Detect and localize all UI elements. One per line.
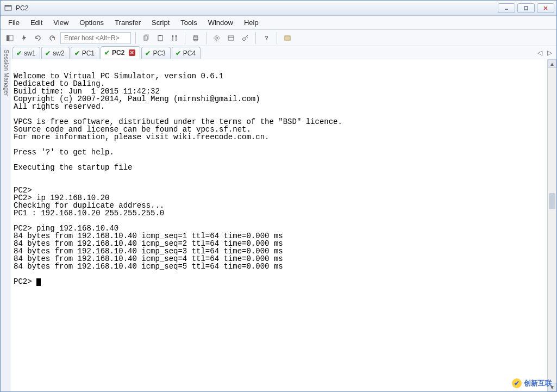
- session-manager-sidebar[interactable]: Session Manager: [1, 46, 10, 391]
- menu-script[interactable]: Script: [146, 16, 175, 29]
- watermark: ✔ 创新互联: [512, 378, 552, 388]
- close-button[interactable]: [537, 3, 554, 13]
- svg-point-18: [243, 38, 246, 40]
- svg-rect-22: [285, 36, 290, 40]
- scroll-up-icon[interactable]: ▲: [548, 59, 556, 68]
- terminal-cursor: [36, 278, 41, 286]
- vertical-scrollbar[interactable]: ▲ ▼: [548, 59, 556, 391]
- connected-check-icon: ✔: [74, 49, 80, 57]
- svg-text:?: ?: [265, 35, 268, 41]
- connected-check-icon: ✔: [16, 49, 22, 57]
- toolbar: ?: [1, 30, 556, 46]
- session-tab-label: sw2: [53, 49, 64, 57]
- menu-transfer[interactable]: Transfer: [109, 16, 146, 29]
- paste-icon[interactable]: [154, 32, 166, 44]
- menu-window[interactable]: Window: [203, 16, 239, 29]
- svg-rect-9: [145, 35, 148, 39]
- session-tab-pc1[interactable]: ✔PC1: [71, 47, 99, 59]
- menu-edit[interactable]: Edit: [25, 16, 48, 29]
- session-tab-label: sw1: [24, 49, 35, 57]
- session-tab-pc2[interactable]: ✔PC2✕: [101, 46, 140, 59]
- svg-rect-16: [228, 36, 234, 40]
- terminal-view[interactable]: Welcome to Virtual PC Simulator, version…: [10, 59, 548, 391]
- svg-rect-6: [7, 35, 9, 41]
- menu-bar: File Edit View Options Transfer Script T…: [1, 16, 556, 30]
- session-tab-label: PC4: [183, 49, 196, 57]
- keymap-icon[interactable]: [239, 32, 251, 44]
- tabs-scroll-left-icon[interactable]: ◁: [536, 49, 543, 57]
- session-tab-pc3[interactable]: ✔PC3: [141, 47, 170, 59]
- menu-file[interactable]: File: [3, 16, 25, 29]
- title-bar: PC2: [1, 1, 556, 16]
- menu-options[interactable]: Options: [74, 16, 109, 29]
- menu-tools[interactable]: Tools: [175, 16, 202, 29]
- session-tab-label: PC3: [153, 49, 165, 57]
- copy-icon[interactable]: [140, 32, 152, 44]
- tabs-scroll-right-icon[interactable]: ▷: [546, 49, 553, 57]
- disconnect-icon[interactable]: [46, 32, 58, 44]
- watermark-text: 创新互联: [524, 378, 552, 388]
- session-tabs: ✔sw1✔sw2✔PC1✔PC2✕✔PC3✔PC4 ◁ ▷: [10, 46, 556, 59]
- session-options-icon[interactable]: [225, 32, 237, 44]
- connected-check-icon: ✔: [104, 49, 110, 57]
- svg-point-15: [216, 37, 218, 39]
- command-window-icon[interactable]: [281, 32, 293, 44]
- session-tab-label: PC1: [82, 49, 95, 57]
- connected-check-icon: ✔: [145, 49, 151, 57]
- watermark-icon: ✔: [512, 378, 522, 388]
- session-tab-sw2[interactable]: ✔sw2: [41, 47, 69, 59]
- session-tab-pc4[interactable]: ✔PC4: [172, 47, 201, 59]
- session-tab-sw1[interactable]: ✔sw1: [12, 47, 40, 59]
- minimize-button[interactable]: [498, 3, 515, 13]
- app-icon: [4, 4, 12, 13]
- reconnect-icon[interactable]: [32, 32, 44, 44]
- find-icon[interactable]: [168, 32, 180, 44]
- connected-check-icon: ✔: [176, 49, 181, 57]
- svg-line-20: [247, 36, 248, 38]
- svg-rect-10: [158, 35, 162, 41]
- menu-view[interactable]: View: [48, 16, 74, 29]
- connected-check-icon: ✔: [45, 49, 51, 57]
- print-icon[interactable]: [190, 32, 202, 44]
- maximize-button[interactable]: [517, 3, 535, 13]
- svg-rect-1: [5, 5, 11, 7]
- tab-close-icon[interactable]: ✕: [129, 49, 135, 56]
- svg-rect-3: [524, 7, 528, 10]
- menu-help[interactable]: Help: [239, 16, 264, 29]
- session-tab-label: PC2: [112, 49, 124, 57]
- scroll-thumb[interactable]: [549, 193, 555, 209]
- host-input[interactable]: [60, 32, 131, 44]
- settings-icon[interactable]: [211, 32, 223, 44]
- svg-rect-7: [9, 35, 13, 41]
- svg-rect-8: [144, 36, 147, 40]
- help-icon[interactable]: ?: [260, 32, 272, 44]
- toggle-sidebar-icon[interactable]: [4, 32, 16, 44]
- quick-connect-icon[interactable]: [18, 32, 30, 44]
- svg-rect-13: [194, 35, 197, 37]
- window-title: PC2: [16, 4, 28, 12]
- session-manager-label: Session Manager: [3, 49, 10, 96]
- svg-line-19: [245, 35, 248, 38]
- svg-rect-11: [159, 35, 161, 36]
